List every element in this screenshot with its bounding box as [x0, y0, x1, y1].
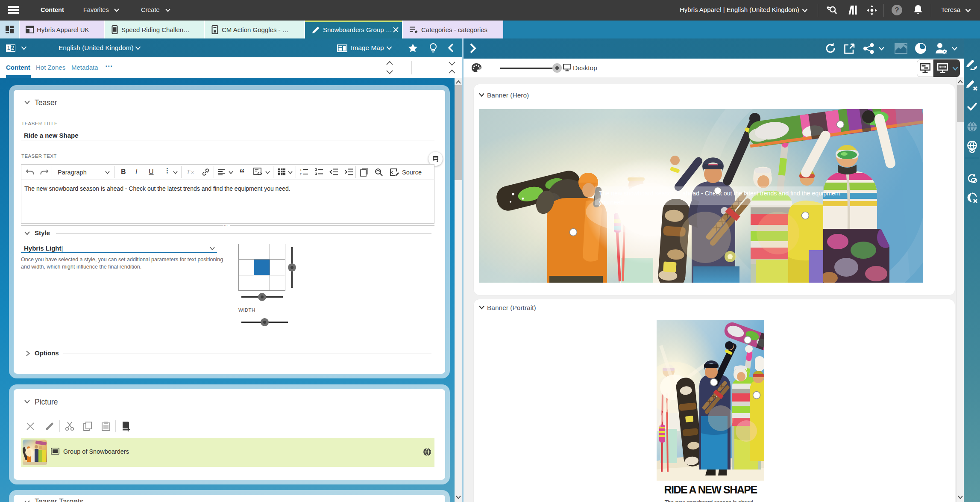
svg-text:1: 1 — [300, 168, 302, 171]
svg-text:you need.: you need. — [599, 199, 625, 206]
svg-text:2: 2 — [300, 173, 302, 176]
